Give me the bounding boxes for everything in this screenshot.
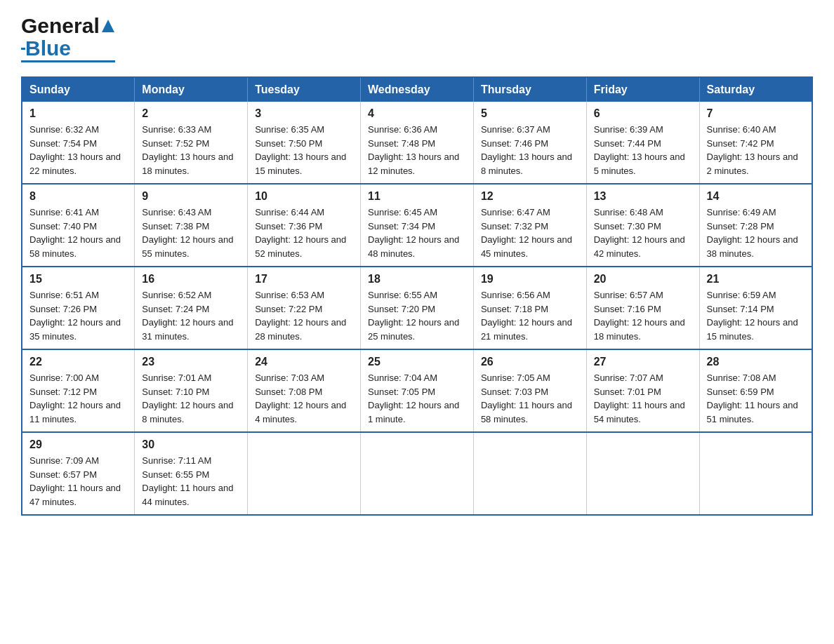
day-info: Sunrise: 6:35 AMSunset: 7:50 PMDaylight:… [255, 124, 346, 176]
day-info: Sunrise: 6:57 AMSunset: 7:16 PMDaylight:… [594, 290, 685, 342]
day-info: Sunrise: 6:36 AMSunset: 7:48 PMDaylight:… [368, 124, 459, 176]
week-row-5: 29 Sunrise: 7:09 AMSunset: 6:57 PMDaylig… [22, 432, 812, 515]
calendar-table: Sunday Monday Tuesday Wednesday Thursday… [21, 76, 813, 516]
day-cell: 24 Sunrise: 7:03 AMSunset: 7:08 PMDaylig… [248, 349, 361, 432]
day-cell: 14 Sunrise: 6:49 AMSunset: 7:28 PMDaylig… [699, 184, 812, 267]
day-info: Sunrise: 6:39 AMSunset: 7:44 PMDaylight:… [594, 124, 685, 176]
day-cell: 28 Sunrise: 7:08 AMSunset: 6:59 PMDaylig… [699, 349, 812, 432]
logo-underline [21, 60, 115, 62]
day-number: 22 [29, 356, 127, 368]
day-number: 24 [255, 356, 353, 368]
day-cell: 20 Sunrise: 6:57 AMSunset: 7:16 PMDaylig… [586, 267, 699, 349]
header-sunday: Sunday [22, 77, 135, 102]
day-cell [248, 432, 361, 515]
header-saturday: Saturday [699, 77, 812, 102]
header: General Blue [21, 14, 813, 62]
day-number: 13 [594, 190, 692, 203]
day-cell: 1 Sunrise: 6:32 AMSunset: 7:54 PMDayligh… [22, 102, 135, 184]
header-thursday: Thursday [473, 77, 586, 102]
day-number: 26 [481, 356, 579, 368]
day-number: 16 [142, 273, 240, 286]
day-cell: 23 Sunrise: 7:01 AMSunset: 7:10 PMDaylig… [135, 349, 248, 432]
day-cell: 18 Sunrise: 6:55 AMSunset: 7:20 PMDaylig… [361, 267, 474, 349]
day-number: 23 [142, 356, 240, 368]
day-number: 6 [594, 107, 692, 120]
day-number: 29 [29, 438, 127, 451]
day-number: 5 [481, 107, 579, 120]
day-cell: 3 Sunrise: 6:35 AMSunset: 7:50 PMDayligh… [248, 102, 361, 184]
day-cell: 8 Sunrise: 6:41 AMSunset: 7:40 PMDayligh… [22, 184, 135, 267]
day-cell [361, 432, 474, 515]
day-number: 25 [368, 356, 466, 368]
day-number: 20 [594, 273, 692, 286]
day-info: Sunrise: 7:03 AMSunset: 7:08 PMDaylight:… [255, 373, 346, 424]
day-cell: 27 Sunrise: 7:07 AMSunset: 7:01 PMDaylig… [586, 349, 699, 432]
logo: General Blue [21, 14, 115, 62]
day-cell [699, 432, 812, 515]
day-info: Sunrise: 6:52 AMSunset: 7:24 PMDaylight:… [142, 290, 233, 342]
day-info: Sunrise: 6:43 AMSunset: 7:38 PMDaylight:… [142, 207, 233, 259]
day-number: 21 [707, 273, 805, 286]
day-info: Sunrise: 6:56 AMSunset: 7:18 PMDaylight:… [481, 290, 572, 342]
day-number: 28 [707, 356, 805, 368]
logo-blue-text: Blue [25, 38, 71, 59]
day-info: Sunrise: 7:09 AMSunset: 6:57 PMDaylight:… [29, 455, 121, 507]
day-number: 8 [29, 190, 127, 203]
day-number: 9 [142, 190, 240, 203]
day-number: 15 [29, 273, 127, 286]
day-cell: 21 Sunrise: 6:59 AMSunset: 7:14 PMDaylig… [699, 267, 812, 349]
day-info: Sunrise: 7:00 AMSunset: 7:12 PMDaylight:… [29, 373, 121, 424]
week-row-1: 1 Sunrise: 6:32 AMSunset: 7:54 PMDayligh… [22, 102, 812, 184]
day-cell [473, 432, 586, 515]
day-info: Sunrise: 7:07 AMSunset: 7:01 PMDaylight:… [594, 373, 685, 424]
day-cell: 16 Sunrise: 6:52 AMSunset: 7:24 PMDaylig… [135, 267, 248, 349]
day-info: Sunrise: 6:41 AMSunset: 7:40 PMDaylight:… [29, 207, 121, 259]
day-info: Sunrise: 7:04 AMSunset: 7:05 PMDaylight:… [368, 373, 459, 424]
day-info: Sunrise: 6:44 AMSunset: 7:36 PMDaylight:… [255, 207, 346, 259]
day-number: 3 [255, 107, 353, 120]
day-info: Sunrise: 7:05 AMSunset: 7:03 PMDaylight:… [481, 373, 572, 424]
weekday-header-row: Sunday Monday Tuesday Wednesday Thursday… [22, 77, 812, 102]
day-number: 18 [368, 273, 466, 286]
day-info: Sunrise: 6:47 AMSunset: 7:32 PMDaylight:… [481, 207, 572, 259]
day-cell: 13 Sunrise: 6:48 AMSunset: 7:30 PMDaylig… [586, 184, 699, 267]
day-info: Sunrise: 6:37 AMSunset: 7:46 PMDaylight:… [481, 124, 572, 176]
day-number: 4 [368, 107, 466, 120]
header-tuesday: Tuesday [248, 77, 361, 102]
day-info: Sunrise: 6:55 AMSunset: 7:20 PMDaylight:… [368, 290, 459, 342]
week-row-3: 15 Sunrise: 6:51 AMSunset: 7:26 PMDaylig… [22, 267, 812, 349]
day-cell: 2 Sunrise: 6:33 AMSunset: 7:52 PMDayligh… [135, 102, 248, 184]
day-cell: 10 Sunrise: 6:44 AMSunset: 7:36 PMDaylig… [248, 184, 361, 267]
day-info: Sunrise: 7:08 AMSunset: 6:59 PMDaylight:… [707, 373, 798, 424]
logo-bottom: Blue [21, 38, 71, 59]
day-cell: 19 Sunrise: 6:56 AMSunset: 7:18 PMDaylig… [473, 267, 586, 349]
day-info: Sunrise: 6:49 AMSunset: 7:28 PMDaylight:… [707, 207, 798, 259]
day-number: 12 [481, 190, 579, 203]
header-monday: Monday [135, 77, 248, 102]
day-number: 27 [594, 356, 692, 368]
day-info: Sunrise: 7:11 AMSunset: 6:55 PMDaylight:… [142, 455, 233, 507]
day-number: 19 [481, 273, 579, 286]
day-cell: 7 Sunrise: 6:40 AMSunset: 7:42 PMDayligh… [699, 102, 812, 184]
day-cell: 11 Sunrise: 6:45 AMSunset: 7:34 PMDaylig… [361, 184, 474, 267]
day-info: Sunrise: 6:33 AMSunset: 7:52 PMDaylight:… [142, 124, 233, 176]
day-cell: 17 Sunrise: 6:53 AMSunset: 7:22 PMDaylig… [248, 267, 361, 349]
header-wednesday: Wednesday [361, 77, 474, 102]
day-cell: 29 Sunrise: 7:09 AMSunset: 6:57 PMDaylig… [22, 432, 135, 515]
header-friday: Friday [586, 77, 699, 102]
day-number: 17 [255, 273, 353, 286]
day-info: Sunrise: 6:48 AMSunset: 7:30 PMDaylight:… [594, 207, 685, 259]
day-cell: 25 Sunrise: 7:04 AMSunset: 7:05 PMDaylig… [361, 349, 474, 432]
day-cell: 12 Sunrise: 6:47 AMSunset: 7:32 PMDaylig… [473, 184, 586, 267]
day-number: 7 [707, 107, 805, 120]
day-info: Sunrise: 6:59 AMSunset: 7:14 PMDaylight:… [707, 290, 798, 342]
day-info: Sunrise: 6:32 AMSunset: 7:54 PMDaylight:… [29, 124, 121, 176]
day-number: 10 [255, 190, 353, 203]
day-cell: 6 Sunrise: 6:39 AMSunset: 7:44 PMDayligh… [586, 102, 699, 184]
day-number: 2 [142, 107, 240, 120]
day-number: 11 [368, 190, 466, 203]
day-cell: 22 Sunrise: 7:00 AMSunset: 7:12 PMDaylig… [22, 349, 135, 432]
day-info: Sunrise: 7:01 AMSunset: 7:10 PMDaylight:… [142, 373, 233, 424]
week-row-2: 8 Sunrise: 6:41 AMSunset: 7:40 PMDayligh… [22, 184, 812, 267]
day-info: Sunrise: 6:40 AMSunset: 7:42 PMDaylight:… [707, 124, 798, 176]
